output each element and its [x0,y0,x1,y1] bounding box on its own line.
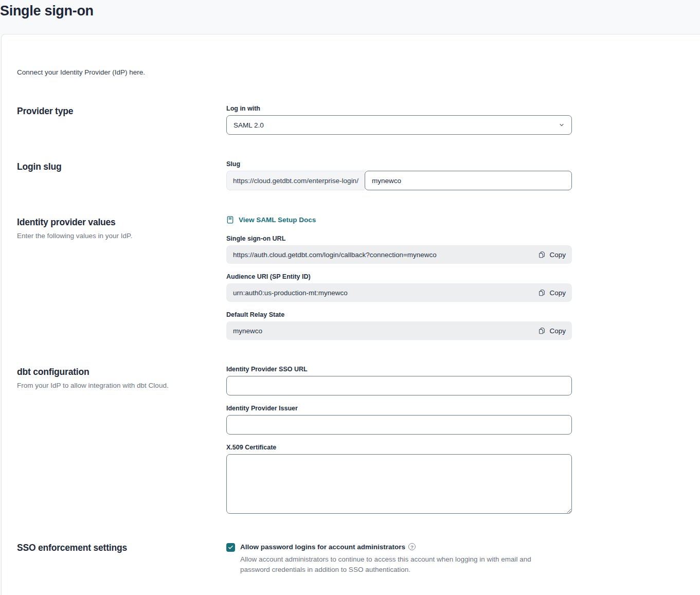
section-sso-enforcement: SSO enforcement settings Allow password … [17,542,700,575]
document-icon [226,216,234,224]
dbt-configuration-heading: dbt configuration [17,367,226,377]
allow-password-logins-checkbox[interactable] [226,543,235,552]
copy-button-label: Copy [549,327,566,335]
section-provider-type: Provider type Log in with SAML 2.0 [17,105,700,135]
view-saml-docs-label: View SAML Setup Docs [239,216,316,224]
slug-url-prefix: https://cloud.getdbt.com/enterprise-logi… [226,171,365,190]
idp-sso-url-input[interactable] [226,376,572,395]
copy-button-label: Copy [549,289,566,297]
page-header: Single sign-on [0,0,700,34]
relay-state-value: mynewco [233,327,262,335]
copy-icon [539,289,545,296]
copy-icon [539,327,545,334]
relay-state-label: Default Relay State [226,311,572,318]
idp-values-subheading: Enter the following values in your IdP. [17,232,226,240]
idp-issuer-label: Identity Provider Issuer [226,405,572,412]
dbt-configuration-subheading: From your IdP to allow integration with … [17,382,226,389]
sso-enforcement-heading: SSO enforcement settings [17,543,226,553]
idp-sso-url-label: Identity Provider SSO URL [226,366,572,373]
sso-url-label: Single sign-on URL [226,235,572,242]
intro-text: Connect your Identity Provider (IdP) her… [17,68,700,76]
slug-input[interactable] [365,171,572,190]
idp-values-heading: Identity provider values [17,217,226,228]
x509-certificate-textarea[interactable] [226,454,572,514]
sso-url-field: https://auth.cloud.getdbt.com/login/call… [226,245,572,264]
copy-relay-state-button[interactable]: Copy [539,327,566,335]
slug-input-group: https://cloud.getdbt.com/enterprise-logi… [226,171,572,190]
copy-icon [539,251,545,258]
help-icon[interactable]: ? [408,543,416,550]
audience-uri-field: urn:auth0:us-production-mt:mynewco Copy [226,283,572,302]
copy-audience-uri-button[interactable]: Copy [539,289,566,297]
section-idp-values: Identity provider values Enter the follo… [17,216,700,340]
settings-card: Connect your Identity Provider (IdP) her… [1,34,700,595]
allow-password-logins-description: Allow account administrators to continue… [240,554,562,575]
allow-password-logins-label: Allow password logins for account admini… [240,543,405,551]
x509-certificate-label: X.509 Certificate [226,444,572,451]
chevron-down-icon [559,122,565,128]
login-with-selected-value: SAML 2.0 [234,121,264,129]
page-title: Single sign-on [0,2,700,20]
log-in-with-label: Log in with [226,105,572,112]
idp-issuer-input[interactable] [226,415,572,435]
login-slug-heading: Login slug [17,161,226,172]
login-with-select[interactable]: SAML 2.0 [226,115,572,135]
slug-label: Slug [226,160,572,168]
view-saml-docs-link[interactable]: View SAML Setup Docs [226,216,316,224]
checkmark-icon [228,545,234,550]
sso-url-value: https://auth.cloud.getdbt.com/login/call… [233,251,437,259]
provider-type-heading: Provider type [17,106,226,117]
copy-sso-url-button[interactable]: Copy [539,251,566,259]
section-login-slug: Login slug Slug https://cloud.getdbt.com… [17,160,700,190]
copy-button-label: Copy [549,251,566,259]
relay-state-field: mynewco Copy [226,321,572,340]
audience-uri-label: Audience URI (SP Entity ID) [226,273,572,280]
section-dbt-configuration: dbt configuration From your IdP to allow… [17,366,700,516]
audience-uri-value: urn:auth0:us-production-mt:mynewco [233,289,348,297]
